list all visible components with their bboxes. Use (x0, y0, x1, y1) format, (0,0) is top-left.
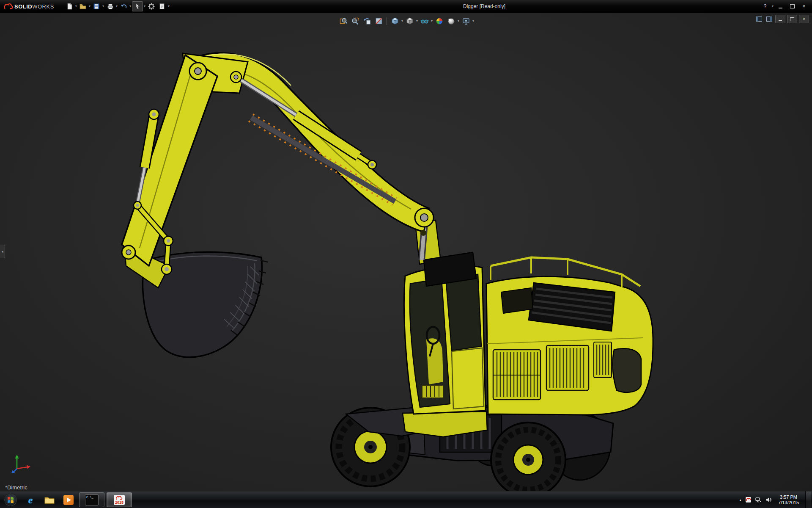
view-settings-button[interactable] (460, 16, 472, 26)
zoom-to-fit-button[interactable] (337, 16, 349, 26)
new-document-button[interactable] (64, 2, 74, 11)
internet-explorer-icon: e (28, 495, 33, 505)
options-gear-icon (148, 3, 155, 10)
help-button[interactable]: ? (760, 2, 771, 11)
select-cursor-icon (134, 3, 141, 10)
cab (404, 266, 486, 414)
seat (426, 338, 443, 384)
solidworks-screen: { "window": { "title": "Digger [Read-onl… (0, 0, 812, 508)
start-button[interactable] (1, 491, 20, 508)
volume-button[interactable] (765, 497, 772, 503)
document-window-controls: × (755, 15, 809, 23)
help-dropdown-caret[interactable]: ▾ (772, 5, 774, 8)
open-icon (79, 3, 87, 10)
reference-triad (11, 453, 31, 474)
hide-show-caret[interactable]: ▾ (431, 19, 433, 23)
document-restore-icon (790, 17, 794, 21)
print-button[interactable] (105, 2, 115, 11)
minimize-icon (779, 8, 782, 8)
maximize-button[interactable] (787, 2, 798, 11)
save-button[interactable] (91, 2, 102, 11)
taskbar-clock[interactable]: 3:57 PM 7/13/2015 (776, 494, 801, 505)
show-hidden-icons-button[interactable]: ▴ (740, 498, 742, 502)
maximize-icon (790, 4, 795, 8)
display-style-button[interactable] (404, 16, 415, 26)
hud-separator (387, 17, 387, 25)
view-settings-caret[interactable]: ▾ (472, 19, 474, 23)
solidworks-logo: SOLIDWORKS (0, 2, 58, 11)
hide-show-items-button[interactable] (419, 16, 430, 26)
taskbar-solidworks-2015[interactable]: 2015 (107, 492, 132, 507)
zoom-to-area-icon (351, 17, 359, 25)
open-button[interactable] (78, 2, 88, 11)
featuremanager-pane-toggle[interactable] (755, 15, 763, 23)
clock-time: 3:57 PM (778, 494, 799, 500)
show-desktop-button[interactable] (805, 491, 811, 508)
select-dropdown-caret[interactable]: ▾ (144, 5, 145, 8)
clock-date: 7/13/2015 (778, 500, 799, 505)
solidworks-logo-icon (3, 2, 13, 11)
display-style-caret[interactable]: ▾ (416, 19, 418, 23)
logo-text-light: WORKS (32, 3, 54, 10)
engine-housing (486, 257, 653, 415)
side-window (446, 274, 481, 351)
tray-app-button[interactable] (745, 497, 752, 503)
select-button[interactable] (132, 1, 143, 11)
left-pane-icon (756, 16, 763, 22)
network-status-button[interactable] (755, 497, 762, 503)
appearance-ball-icon (435, 17, 444, 25)
hide-show-glasses-icon (420, 17, 428, 25)
open-dropdown-caret[interactable]: ▾ (89, 5, 91, 8)
featuremanager-collapse-tab[interactable]: ◂ (0, 245, 5, 258)
stick (122, 55, 217, 266)
previous-view-icon (362, 17, 371, 25)
edit-appearance-button[interactable] (433, 16, 445, 26)
options-button[interactable] (146, 2, 156, 11)
undo-button[interactable] (118, 2, 129, 11)
view-orientation-cube-icon (390, 17, 399, 25)
right-pane-icon (766, 16, 773, 22)
zoom-to-area-button[interactable] (349, 16, 361, 26)
view-orientation-caret[interactable]: ▾ (401, 19, 403, 23)
logo-text-bold: SOLID (14, 3, 32, 10)
document-properties-button[interactable] (157, 2, 167, 11)
section-view-button[interactable] (373, 16, 384, 26)
undo-dropdown-caret[interactable]: ▾ (129, 5, 131, 8)
display-style-cube-icon (405, 17, 414, 25)
graphics-viewport[interactable]: ▾ ▾ ▾ (0, 13, 812, 491)
apply-scene-button[interactable] (445, 16, 457, 26)
network-icon (755, 497, 762, 503)
task-pane-toggle[interactable] (765, 15, 774, 23)
main-toolbar: ▾ ▾ ▾ ▾ (64, 1, 170, 11)
windows-start-orb-icon (4, 493, 17, 507)
tray-app-icon (745, 497, 752, 503)
print-dropdown-caret[interactable]: ▾ (116, 5, 118, 8)
taskbar-command-prompt[interactable]: C:\_ (79, 492, 104, 507)
apply-scene-caret[interactable]: ▾ (458, 19, 459, 23)
document-restore-button[interactable] (787, 15, 797, 23)
command-prompt-icon: C:\_ (85, 494, 99, 505)
taskbar: e C:\_ 2015 ▴ (0, 491, 812, 508)
save-dropdown-caret[interactable]: ▾ (102, 5, 104, 8)
excavator-model[interactable] (0, 13, 812, 491)
taskbar-media-player[interactable] (60, 493, 77, 507)
section-view-icon (374, 17, 383, 25)
new-dropdown-caret[interactable]: ▾ (75, 5, 77, 8)
new-document-icon (66, 3, 73, 10)
previous-view-button[interactable] (361, 16, 373, 26)
taskbar-windows-explorer[interactable] (41, 493, 58, 507)
media-player-icon (63, 495, 74, 505)
save-icon (93, 3, 100, 10)
taskbar-apps: e C:\_ 2015 (0, 491, 132, 508)
document-minimize-button[interactable] (775, 15, 785, 23)
close-button[interactable]: × (798, 2, 809, 11)
solidworks-version-badge: 2015 (115, 500, 123, 505)
document-close-button[interactable]: × (799, 15, 809, 23)
undo-icon (120, 3, 127, 10)
taskbar-internet-explorer[interactable]: e (22, 493, 39, 507)
rear-left-wheel (491, 422, 565, 491)
document-properties-icon (158, 3, 166, 10)
view-orientation-button[interactable] (389, 16, 401, 26)
toolbar-dropdown-caret[interactable]: ▾ (168, 5, 170, 8)
minimize-button[interactable] (775, 2, 786, 11)
